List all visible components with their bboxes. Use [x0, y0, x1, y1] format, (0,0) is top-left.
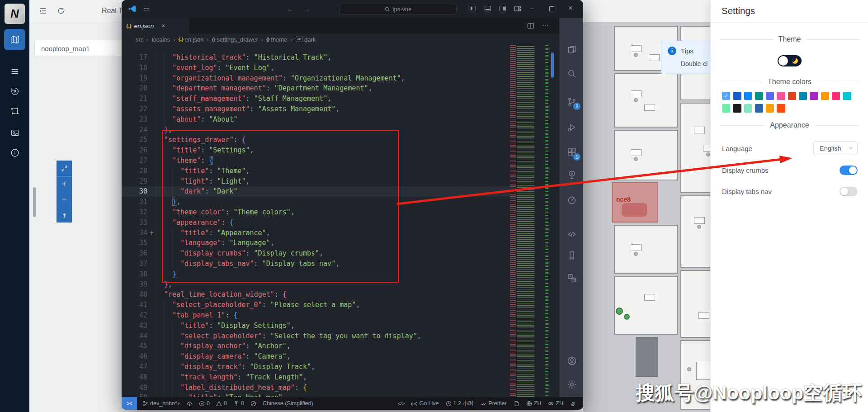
- status-item-warning[interactable]: 0: [216, 400, 227, 407]
- status-item-eye[interactable]: ZH: [548, 400, 563, 407]
- refresh-icon[interactable]: [57, 6, 66, 15]
- display-tabs-nav-toggle[interactable]: [840, 187, 858, 196]
- code-line[interactable]: 47"display_track": "Display Track",: [122, 362, 510, 372]
- activity-translate[interactable]: A文: [560, 269, 583, 287]
- status-item-double-check[interactable]: Prettier: [481, 400, 506, 407]
- activity-timer[interactable]: [560, 191, 583, 209]
- theme-color-swatch[interactable]: [733, 104, 741, 112]
- pan-up-button[interactable]: [57, 207, 72, 223]
- activity-snippets[interactable]: [560, 225, 583, 243]
- zoom-in-button[interactable]: +: [57, 176, 72, 192]
- breadcrumb-item[interactable]: {}settings_drawer: [212, 36, 258, 43]
- theme-color-swatch[interactable]: [733, 92, 741, 100]
- status-item-globe[interactable]: ZH: [526, 400, 542, 407]
- theme-color-swatch[interactable]: [843, 92, 851, 100]
- theme-color-swatch[interactable]: [755, 92, 763, 100]
- activity-search[interactable]: [560, 65, 583, 83]
- code-line[interactable]: 44"select_placeholder": "Select the tag …: [122, 331, 510, 341]
- theme-toggle[interactable]: [778, 55, 802, 66]
- activity-bookmarks[interactable]: [560, 246, 583, 265]
- language-select[interactable]: English: [813, 141, 858, 155]
- code-line[interactable]: 17"historical_track": "Historical Track"…: [122, 52, 510, 63]
- code-line[interactable]: 46"display_camera": "Camera",: [122, 351, 510, 362]
- theme-color-swatch[interactable]: [777, 92, 785, 100]
- status-item-broadcast[interactable]: Go Live: [411, 400, 439, 407]
- activity-run-debug[interactable]: [560, 118, 583, 137]
- tab-en-json[interactable]: {..} en.json ×: [122, 18, 190, 33]
- code-line[interactable]: 18"event_log": "Event Log",: [122, 63, 510, 73]
- code-line[interactable]: 43"title": "Display Settings",: [122, 321, 510, 331]
- minimap[interactable]: [510, 45, 536, 397]
- code-line[interactable]: 22"assets_management": "Assets Managemen…: [122, 104, 510, 114]
- activity-settings[interactable]: [560, 375, 583, 393]
- toggle-secondary-sidebar-icon[interactable]: [499, 5, 506, 12]
- theme-color-swatch[interactable]: [766, 92, 774, 100]
- customize-layout-icon[interactable]: [514, 5, 521, 12]
- theme-color-swatch[interactable]: [744, 104, 752, 112]
- code-line[interactable]: 20"department_management": "Department M…: [122, 83, 510, 94]
- sidebar-item-about[interactable]: [4, 142, 25, 163]
- scrollbar-handle[interactable]: [33, 187, 36, 217]
- status-item-clock[interactable]: 1.2 小时: [446, 400, 474, 407]
- status-item-error[interactable]: 0: [199, 400, 210, 407]
- sidebar-item-settings[interactable]: [4, 61, 25, 82]
- theme-color-swatch[interactable]: [722, 104, 730, 112]
- code-line[interactable]: 41"select_placeholder_0": "Please select…: [122, 300, 510, 310]
- status-item-git-branch[interactable]: dev_bobo*+: [142, 400, 180, 407]
- sidebar-item-history[interactable]: [4, 81, 25, 102]
- status-item-cloud-upload[interactable]: [187, 401, 193, 407]
- toggle-panel-icon[interactable]: [484, 5, 491, 12]
- split-editor-icon[interactable]: [527, 22, 534, 29]
- status-item-code[interactable]: </>: [398, 401, 405, 406]
- code-line[interactable]: 45"display_anchor": "Anchor",: [122, 341, 510, 351]
- remote-indicator[interactable]: ><: [122, 397, 137, 410]
- display-crumbs-toggle[interactable]: [840, 166, 858, 175]
- theme-color-swatch[interactable]: [832, 92, 840, 100]
- status-item-text[interactable]: Chinese (Simplified): [263, 400, 313, 407]
- close-button[interactable]: ×: [568, 4, 573, 12]
- editor-scrollbar-thumb[interactable]: [551, 52, 554, 78]
- breadcrumb-item[interactable]: abdark: [296, 36, 316, 43]
- sidebar-item-map[interactable]: [4, 29, 25, 50]
- status-item-tower[interactable]: 0: [233, 400, 244, 407]
- menu-icon[interactable]: [143, 5, 150, 12]
- activity-source-control[interactable]: 2: [560, 93, 583, 111]
- theme-color-swatch[interactable]: [810, 92, 818, 100]
- code-line[interactable]: 40"real_time_location_widget": {: [122, 289, 510, 300]
- floor-plan-map[interactable]: nce8: [583, 22, 710, 412]
- more-actions-icon[interactable]: ···: [542, 21, 549, 29]
- command-center-search[interactable]: ips-vue: [339, 4, 457, 14]
- theme-color-swatch[interactable]: [744, 92, 752, 100]
- expand-button[interactable]: [57, 161, 72, 176]
- code-line[interactable]: 23"about": "About": [122, 114, 510, 125]
- tab-close-icon[interactable]: ×: [161, 22, 165, 29]
- code-line[interactable]: 50"title": "Tag Heat map",: [122, 393, 510, 397]
- theme-color-swatch[interactable]: [766, 104, 774, 112]
- activity-todo-tree[interactable]: [560, 166, 583, 184]
- status-item-file-check[interactable]: [514, 401, 519, 407]
- theme-color-swatch[interactable]: [755, 104, 763, 112]
- toggle-sidebar-icon[interactable]: [469, 5, 476, 12]
- activity-account[interactable]: [560, 352, 583, 370]
- status-item-screencast-off[interactable]: [250, 401, 256, 407]
- code-line[interactable]: 49"label_distributed_heat_map": {: [122, 383, 510, 393]
- activity-extensions[interactable]: 1: [560, 143, 583, 161]
- vscode-titlebar[interactable]: ← → ips-vue – ×: [122, 0, 583, 18]
- theme-color-swatch[interactable]: [788, 92, 796, 100]
- theme-color-swatch[interactable]: [777, 104, 785, 112]
- zoom-out-button[interactable]: −: [57, 192, 72, 207]
- maximize-button[interactable]: [549, 6, 554, 11]
- breadcrumb-item[interactable]: src: [136, 36, 143, 43]
- code-line[interactable]: 21"staff_management": "Staff Management"…: [122, 94, 510, 104]
- theme-color-swatch[interactable]: [799, 92, 807, 100]
- sidebar-item-card[interactable]: [4, 122, 25, 143]
- minimize-button[interactable]: –: [530, 4, 533, 12]
- theme-color-swatch[interactable]: [821, 92, 829, 100]
- code-line[interactable]: 48"track_length": "Track Length",: [122, 372, 510, 383]
- activity-explorer[interactable]: [560, 41, 583, 59]
- code-line[interactable]: 19"organizational_management": "Organiza…: [122, 73, 510, 84]
- breadcrumb-item[interactable]: {}theme: [266, 36, 287, 43]
- menu-fold-icon[interactable]: [38, 6, 47, 15]
- theme-color-swatch[interactable]: ✓: [722, 92, 730, 100]
- code-line[interactable]: 42"tab_panel_1": {: [122, 310, 510, 321]
